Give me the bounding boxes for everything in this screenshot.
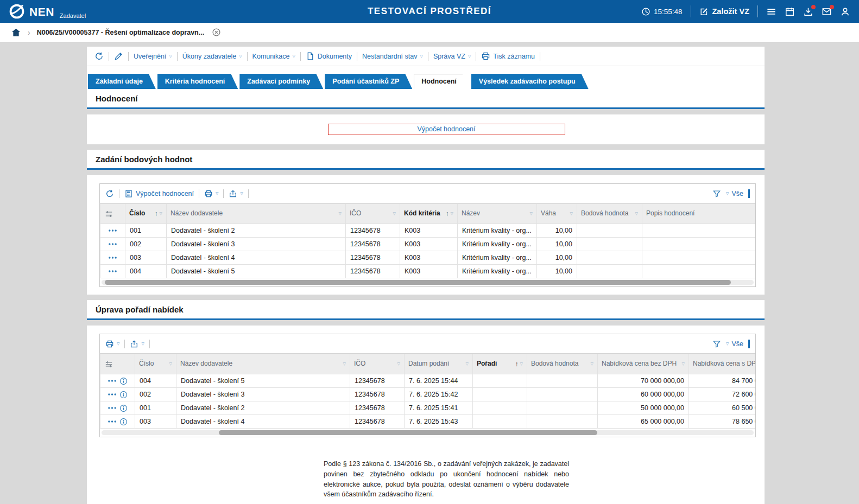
column-filter-icon[interactable]: ▽ bbox=[169, 362, 172, 366]
grid-header-row: Číslo▽Název dodavatele▽IČO▽Datum podání▽… bbox=[100, 354, 756, 374]
view-all-dropdown[interactable]: ▽Vše bbox=[726, 190, 743, 197]
column-header-cislo[interactable]: Číslo↑▽ bbox=[125, 204, 167, 224]
column-header-poradi[interactable]: Pořadí↑▽ bbox=[473, 354, 527, 374]
tab-kriteria-hodnoceni[interactable]: Kritéria hodnocení bbox=[157, 74, 238, 89]
column-header-kod-kriteria[interactable]: Kód kritéria↑▽ bbox=[400, 204, 458, 224]
horizontal-scrollbar[interactable] bbox=[102, 430, 754, 435]
refresh-button[interactable] bbox=[105, 189, 114, 198]
column-header-vaha[interactable]: Váha▽ bbox=[537, 204, 577, 224]
breadcrumb-record[interactable]: N006/25/V00005377 - Řešení optimalizace … bbox=[37, 29, 204, 36]
profile-button[interactable] bbox=[840, 7, 850, 17]
table-row: 001Dodavatel - školení 2123456787. 6. 20… bbox=[100, 401, 756, 415]
menu-komunikace[interactable]: Komunikace▽ bbox=[252, 53, 295, 60]
row-info-icon[interactable] bbox=[119, 377, 128, 385]
order-panel: ▽ ▽ ▽Vše Číslo▽Název dodavatele▽IČO▽Datu… bbox=[87, 326, 765, 445]
chevron-down-icon: ▽ bbox=[292, 54, 295, 58]
cell-bodova-hodnota bbox=[577, 224, 642, 238]
column-filter-icon[interactable]: ▽ bbox=[530, 212, 533, 216]
home-icon[interactable] bbox=[11, 27, 21, 37]
horizontal-scrollbar[interactable] bbox=[102, 280, 754, 285]
column-header-ico[interactable]: IČO▽ bbox=[350, 354, 405, 374]
column-header-bodova-hodnota[interactable]: Bodová hodnota▽ bbox=[527, 354, 598, 374]
row-menu-icon[interactable] bbox=[108, 419, 117, 424]
grid-calculate-button[interactable]: Výpočet hodnocení bbox=[124, 189, 194, 198]
edit-record-button[interactable] bbox=[114, 52, 123, 61]
row-menu-icon[interactable] bbox=[108, 379, 117, 383]
grid-settings-button[interactable] bbox=[100, 354, 135, 374]
print-button[interactable]: ▽ bbox=[105, 340, 119, 348]
grid-settings-button[interactable] bbox=[100, 204, 125, 224]
row-menu-icon[interactable] bbox=[108, 269, 117, 273]
row-info-icon[interactable] bbox=[119, 404, 128, 412]
cell-poradi bbox=[473, 415, 527, 429]
menu-dokumenty[interactable]: Dokumenty bbox=[306, 52, 352, 61]
menu-label: Uveřejnění bbox=[134, 53, 166, 60]
column-filter-icon[interactable]: ▽ bbox=[635, 212, 638, 216]
menu-tisk-zaznamu[interactable]: Tisk záznamu bbox=[481, 52, 535, 61]
menu-nestandardni-stav[interactable]: Nestandardní stav▽ bbox=[362, 53, 423, 60]
row-actions-cell bbox=[100, 238, 125, 251]
menu-sprava-vz[interactable]: Správa VZ▽ bbox=[433, 53, 471, 60]
tab-hodnoceni[interactable]: Hodnocení bbox=[414, 74, 470, 89]
filter-icon[interactable] bbox=[712, 189, 721, 198]
downloads-button[interactable] bbox=[803, 7, 813, 17]
column-filter-icon[interactable]: ▽ bbox=[343, 362, 346, 366]
row-menu-icon[interactable] bbox=[108, 242, 117, 246]
column-header-cislo[interactable]: Číslo▽ bbox=[135, 354, 176, 374]
view-all-dropdown[interactable]: ▽Vše bbox=[726, 340, 743, 348]
row-menu-icon[interactable] bbox=[108, 406, 117, 410]
column-header-datum-podani[interactable]: Datum podání▽ bbox=[405, 354, 473, 374]
export-button[interactable]: ▽ bbox=[229, 189, 243, 198]
cell-ico: 12345678 bbox=[346, 265, 400, 278]
column-filter-icon[interactable]: ▽ bbox=[682, 362, 685, 366]
column-filter-icon[interactable]: ▽ bbox=[591, 362, 593, 366]
messages-button[interactable] bbox=[822, 7, 832, 17]
column-filter-icon[interactable]: ▽ bbox=[397, 362, 400, 366]
filter-icon[interactable] bbox=[712, 340, 721, 348]
points-grid-toolbar: Výpočet hodnocení ▽ ▽ ▽Vše bbox=[100, 184, 755, 203]
column-filter-icon[interactable]: ▽ bbox=[520, 362, 523, 366]
calculate-evaluation-button[interactable]: Výpočet hodnocení bbox=[328, 124, 565, 135]
create-vz-button[interactable]: Založit VZ bbox=[699, 7, 749, 16]
column-header-ico[interactable]: IČO▽ bbox=[346, 204, 400, 224]
table-row: 004Dodavatel - školení 512345678K003Krit… bbox=[100, 265, 756, 278]
brand[interactable]: NEN Zadavatel bbox=[9, 3, 86, 20]
column-header-nabidkova-cena-bez-dph[interactable]: Nabídková cena bez DPH▽ bbox=[598, 354, 689, 374]
column-header-nazev-dodavatele[interactable]: Název dodavatele▽ bbox=[167, 204, 346, 224]
legal-note: Podle § 123 zákona č. 134/2016 Sb., o za… bbox=[324, 459, 569, 500]
menu-uverejneni[interactable]: Uveřejnění▽ bbox=[134, 53, 172, 60]
main-menu-button[interactable] bbox=[766, 7, 776, 17]
column-header-bodova-hodnota[interactable]: Bodová hodnota▽ bbox=[577, 204, 642, 224]
column-header-popis-hodnoceni[interactable]: Popis hodnocení bbox=[642, 204, 756, 224]
row-info-icon[interactable] bbox=[119, 418, 128, 426]
column-filter-icon[interactable]: ▽ bbox=[570, 212, 573, 216]
scrollbar-thumb[interactable] bbox=[219, 430, 597, 435]
column-filter-icon[interactable]: ▽ bbox=[339, 212, 342, 216]
close-record-icon[interactable] bbox=[212, 28, 221, 37]
row-info-icon[interactable] bbox=[119, 391, 128, 399]
row-menu-icon[interactable] bbox=[108, 392, 117, 397]
tab-podani-ucastniku-zp[interactable]: Podání účastníků ZP bbox=[325, 74, 412, 89]
history-button[interactable] bbox=[94, 52, 104, 61]
tab-zakladni-udaje[interactable]: Základní údaje bbox=[88, 74, 156, 89]
column-filter-icon[interactable]: ▽ bbox=[160, 212, 162, 216]
print-button[interactable]: ▽ bbox=[204, 189, 218, 198]
tab-zadavaci-podminky[interactable]: Zadávací podmínky bbox=[239, 74, 323, 89]
column-filter-icon[interactable]: ▽ bbox=[466, 362, 469, 366]
column-header-nazev[interactable]: Název▽ bbox=[458, 204, 537, 224]
refresh-icon bbox=[105, 189, 114, 198]
downloads-notification-badge bbox=[811, 5, 816, 9]
tab-vysledek-zadavaciho-postupu[interactable]: Výsledek zadávacího postupu bbox=[471, 74, 589, 89]
export-button[interactable]: ▽ bbox=[130, 340, 144, 348]
row-menu-icon[interactable] bbox=[108, 256, 117, 260]
row-menu-icon[interactable] bbox=[108, 228, 117, 233]
column-filter-icon[interactable]: ▽ bbox=[451, 212, 453, 216]
menu-ukony-zadavatele[interactable]: Úkony zadavatele▽ bbox=[182, 53, 242, 60]
column-filter-icon[interactable]: ▽ bbox=[393, 212, 396, 216]
scroll-edge-indicator bbox=[748, 340, 750, 348]
column-header-nazev-dodavatele[interactable]: Název dodavatele▽ bbox=[176, 354, 350, 374]
scrollbar-thumb[interactable] bbox=[105, 280, 731, 285]
column-header-nabidkova-cena-s-dph[interactable]: Nabídková cena s DPH▽ bbox=[689, 354, 756, 374]
points-grid: Výpočet hodnocení ▽ ▽ ▽Vše Číslo↑▽Název … bbox=[99, 183, 756, 287]
calendar-button[interactable] bbox=[785, 7, 795, 17]
